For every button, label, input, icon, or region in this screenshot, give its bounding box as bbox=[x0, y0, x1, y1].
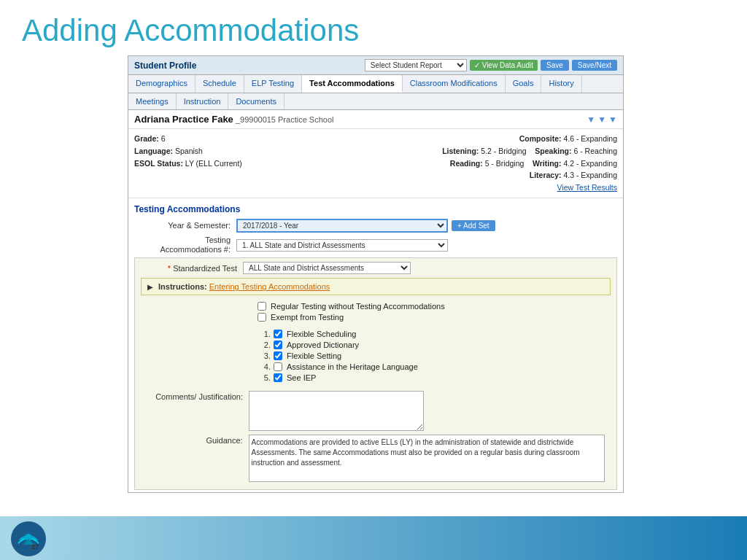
checkbox-regular-testing-label: Regular Testing without Testing Accommod… bbox=[271, 302, 445, 311]
item-num-4: 4. bbox=[258, 362, 271, 371]
tab-demographics[interactable]: Demographics bbox=[128, 75, 196, 93]
checkbox-regular-testing-input[interactable] bbox=[258, 302, 266, 311]
literacy-label: Literacy: bbox=[530, 171, 562, 179]
tabs-row-2: Meetings Instruction Documents bbox=[128, 93, 623, 110]
standardized-test-section: Standardized Test ALL State and District… bbox=[134, 257, 617, 490]
reading-value: 5 - Bridging bbox=[485, 159, 525, 168]
grade-row: Grade: 6 bbox=[134, 133, 347, 145]
reading-label: Reading: bbox=[450, 159, 483, 168]
tab-meetings[interactable]: Meetings bbox=[128, 93, 177, 109]
writing-value: 4.2 - Expanding bbox=[563, 159, 617, 168]
item-num-5: 5. bbox=[258, 373, 271, 382]
profile-header: Student Profile Select Student Report ✓ … bbox=[128, 56, 623, 75]
tab-history[interactable]: History bbox=[541, 75, 581, 93]
view-test-results-row: View Test Results bbox=[362, 182, 617, 194]
save-next-button[interactable]: Save/Next bbox=[572, 60, 617, 71]
std-test-select[interactable]: ALL State and District Assessments bbox=[243, 262, 411, 274]
tab-elp-testing[interactable]: ELP Testing bbox=[244, 75, 302, 93]
tab-test-accommodations[interactable]: Test Accommodations bbox=[302, 75, 403, 93]
writing-label: Writing: bbox=[533, 159, 561, 168]
year-semester-row: Year & Semester: 2017/2018 - Year + Add … bbox=[134, 219, 617, 233]
page-title: Adding Accommodations bbox=[0, 0, 747, 55]
language-row: Language: Spanish bbox=[134, 145, 347, 158]
year-semester-select[interactable]: 2017/2018 - Year bbox=[236, 219, 448, 233]
accomm-num-select[interactable]: 1. ALL State and District Assessments bbox=[236, 239, 448, 252]
view-test-results-link[interactable]: View Test Results bbox=[557, 183, 617, 192]
item-num-2: 2. bbox=[258, 341, 271, 349]
literacy-value: 4.3 - Expanding bbox=[563, 171, 617, 179]
comments-label: Comments/ Justification: bbox=[147, 391, 249, 401]
tab-schedule[interactable]: Schedule bbox=[196, 75, 244, 93]
checkbox-flexible-scheduling-input[interactable] bbox=[274, 330, 282, 338]
literacy-row: Literacy: 4.3 - Expanding bbox=[362, 169, 617, 182]
student-info-right: Composite: 4.6 - Expanding Listening: 5.… bbox=[362, 133, 617, 194]
guidance-label: Guidance: bbox=[147, 435, 249, 445]
add-set-button[interactable]: + Add Set bbox=[452, 220, 495, 231]
info-section: Grade: 6 Language: Spanish ESOL Status: … bbox=[128, 129, 623, 198]
student-name: Adriana Practice Fake bbox=[134, 114, 233, 125]
checkbox-flexible-setting-input[interactable] bbox=[274, 351, 282, 360]
comments-textarea[interactable] bbox=[249, 391, 424, 431]
filter-icons: ▼ ▼ ▼ bbox=[587, 114, 617, 125]
checkbox-regular-testing: Regular Testing without Testing Accommod… bbox=[258, 302, 611, 311]
logo-circle bbox=[11, 521, 46, 556]
instructions-link[interactable]: Entering Testing Accommodations bbox=[209, 282, 330, 291]
checkbox-heritage-language-input[interactable] bbox=[274, 362, 282, 371]
checkbox-flexible-setting-label: Flexible Setting bbox=[287, 351, 341, 360]
logo-area: 27 bbox=[11, 521, 46, 556]
tab-classroom-modifications[interactable]: Classroom Modifications bbox=[403, 75, 506, 93]
profile-header-title: Student Profile bbox=[134, 61, 196, 71]
bottom-bar: 27 bbox=[0, 516, 747, 560]
listening-label: Listening: bbox=[442, 147, 479, 155]
tab-goals[interactable]: Goals bbox=[506, 75, 542, 93]
grade-value: 6 bbox=[161, 134, 166, 143]
checkbox-exempt-testing: Exempt from Testing bbox=[258, 313, 611, 322]
view-data-audit-button[interactable]: ✓ View Data Audit bbox=[470, 60, 538, 71]
checkbox-exempt-testing-input[interactable] bbox=[258, 313, 266, 322]
save-button[interactable]: Save bbox=[541, 60, 569, 71]
checkbox-heritage-language-label: Assistance in the Heritage Language bbox=[287, 362, 418, 371]
plain-checkbox-list: Regular Testing without Testing Accommod… bbox=[141, 299, 611, 327]
instructions-label: Instructions: bbox=[158, 282, 207, 291]
item-num-1: 1. bbox=[258, 330, 271, 338]
checkbox-approved-dictionary-label: Approved Dictionary bbox=[287, 341, 359, 349]
arrow-icon: ▶ bbox=[147, 283, 153, 291]
year-semester-label: Year & Semester: bbox=[134, 221, 236, 230]
guidance-row: Guidance: Accommodations are provided to… bbox=[141, 435, 611, 482]
checkbox-flexible-scheduling: 1. Flexible Scheduling bbox=[258, 330, 611, 338]
student-profile-box: Student Profile Select Student Report ✓ … bbox=[128, 55, 624, 493]
std-test-row: Standardized Test ALL State and District… bbox=[141, 262, 611, 274]
filter-icon-2[interactable]: ▼ bbox=[597, 114, 606, 125]
accomm-num-row: Testing Accommodations #: 1. ALL State a… bbox=[134, 236, 617, 254]
numbered-checkbox-list: 1. Flexible Scheduling 2. Approved Dicti… bbox=[141, 327, 611, 387]
tab-instruction[interactable]: Instruction bbox=[177, 93, 229, 109]
checkbox-approved-dictionary: 2. Approved Dictionary bbox=[258, 341, 611, 349]
filter-icon-3[interactable]: ▼ bbox=[608, 114, 617, 125]
checkbox-approved-dictionary-input[interactable] bbox=[274, 341, 282, 349]
checkbox-exempt-testing-label: Exempt from Testing bbox=[271, 313, 344, 322]
testing-accommodations-section: Testing Accommodations Year & Semester: … bbox=[128, 198, 623, 490]
tab-documents[interactable]: Documents bbox=[228, 93, 285, 109]
listening-value: 5.2 - Bridging bbox=[481, 147, 526, 155]
slide-number: 27 bbox=[31, 543, 39, 551]
item-num-3: 3. bbox=[258, 351, 271, 360]
composite-label: Composite: bbox=[519, 134, 562, 143]
composite-row: Composite: 4.6 - Expanding bbox=[362, 133, 617, 145]
student-school: _99900015 Practice School bbox=[236, 115, 334, 124]
student-info-left: Grade: 6 Language: Spanish ESOL Status: … bbox=[134, 133, 347, 194]
filter-icon-1[interactable]: ▼ bbox=[587, 114, 595, 125]
speaking-value: 6 - Reaching bbox=[573, 147, 617, 155]
tabs-row-1: Demographics Schedule ELP Testing Test A… bbox=[128, 75, 623, 93]
checkbox-see-iep-label: See IEP bbox=[287, 373, 316, 382]
profile-header-right: Select Student Report ✓ View Data Audit … bbox=[365, 59, 617, 71]
checkbox-heritage-language: 4. Assistance in the Heritage Language bbox=[258, 362, 611, 371]
select-report-dropdown[interactable]: Select Student Report bbox=[365, 59, 467, 71]
listening-speaking-row: Listening: 5.2 - Bridging Speaking: 6 - … bbox=[362, 145, 617, 158]
student-name-block: Adriana Practice Fake _99900015 Practice… bbox=[134, 114, 333, 125]
language-value: Spanish bbox=[175, 147, 203, 155]
checkbox-flexible-scheduling-label: Flexible Scheduling bbox=[287, 330, 356, 338]
testing-label: Testing Accommodations #: bbox=[134, 236, 236, 254]
checkbox-see-iep-input[interactable] bbox=[274, 373, 282, 382]
std-test-label: Standardized Test bbox=[141, 264, 243, 273]
student-name-row: Adriana Practice Fake _99900015 Practice… bbox=[128, 110, 623, 129]
